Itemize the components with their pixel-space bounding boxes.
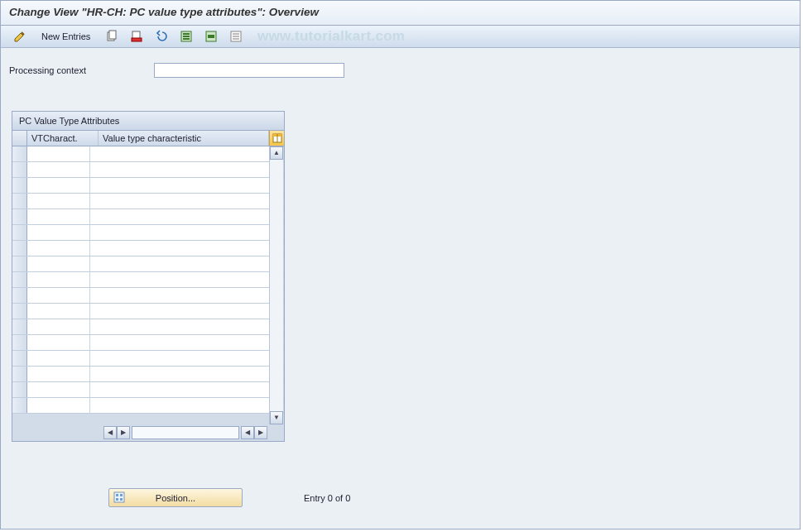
row-selector[interactable] (12, 256, 27, 271)
cell-value-type-characteristic[interactable] (90, 382, 284, 397)
cell-value-type-characteristic[interactable] (90, 367, 284, 381)
table-title: PC Value Type Attributes (12, 112, 284, 131)
select-all-icon[interactable] (176, 27, 197, 46)
cell-vtcharact[interactable] (27, 225, 90, 240)
table-row (12, 225, 284, 241)
cell-vtcharact[interactable] (27, 351, 90, 366)
column-header-value-type-characteristic[interactable]: Value type characteristic (99, 131, 269, 146)
cell-vtcharact[interactable] (27, 162, 90, 177)
table-row (12, 288, 284, 304)
delete-icon[interactable] (126, 27, 147, 46)
row-selector[interactable] (12, 194, 27, 208)
svg-rect-7 (183, 38, 190, 40)
table-row (12, 241, 284, 256)
svg-rect-21 (120, 498, 123, 501)
select-block-icon[interactable] (200, 27, 222, 46)
cell-value-type-characteristic[interactable] (90, 335, 284, 350)
cell-vtcharact[interactable] (27, 194, 90, 208)
scroll-page-right-button[interactable]: ▶ (254, 426, 267, 439)
row-selector[interactable] (12, 382, 27, 397)
row-selector[interactable] (12, 146, 27, 161)
select-all-rows-handle[interactable] (12, 131, 27, 146)
horizontal-scroll-track[interactable] (132, 426, 239, 439)
cell-value-type-characteristic[interactable] (90, 241, 284, 256)
svg-rect-9 (208, 35, 214, 38)
cell-value-type-characteristic[interactable] (90, 272, 284, 287)
row-selector[interactable] (12, 288, 27, 303)
cell-value-type-characteristic[interactable] (90, 225, 284, 240)
cell-value-type-characteristic[interactable] (90, 146, 284, 161)
svg-rect-12 (233, 36, 239, 37)
column-header-label: VTCharact. (31, 133, 78, 143)
row-selector[interactable] (12, 162, 27, 177)
svg-rect-17 (114, 492, 124, 502)
svg-rect-1 (109, 31, 116, 39)
row-selector[interactable] (12, 225, 27, 240)
cell-value-type-characteristic[interactable] (90, 209, 284, 224)
page-title: Change View "HR-CH: PC value type attrib… (9, 6, 319, 18)
svg-rect-5 (183, 33, 190, 35)
cell-vtcharact[interactable] (27, 367, 90, 381)
column-header-vtcharact[interactable]: VTCharact. (27, 131, 99, 146)
row-selector[interactable] (12, 335, 27, 350)
cell-vtcharact[interactable] (27, 272, 90, 287)
cell-value-type-characteristic[interactable] (90, 256, 284, 271)
cell-value-type-characteristic[interactable] (90, 162, 284, 177)
row-selector[interactable] (12, 241, 27, 256)
pc-value-type-table: PC Value Type Attributes VTCharact. Valu… (12, 111, 285, 442)
cell-vtcharact[interactable] (27, 335, 90, 350)
cell-vtcharact[interactable] (27, 382, 90, 397)
table-settings-icon[interactable] (269, 131, 284, 146)
processing-context-input[interactable] (154, 63, 344, 78)
toggle-change-icon[interactable] (9, 27, 31, 46)
copy-as-icon[interactable] (101, 27, 123, 46)
cell-vtcharact[interactable] (27, 288, 90, 303)
vertical-scroll-track[interactable] (270, 160, 283, 411)
watermark-text: www.tutorialkart.com (257, 28, 405, 45)
cell-vtcharact[interactable] (27, 146, 90, 161)
cell-value-type-characteristic[interactable] (90, 178, 284, 193)
table-row (12, 351, 284, 367)
cell-value-type-characteristic[interactable] (90, 304, 284, 319)
svg-rect-6 (183, 36, 190, 37)
position-button[interactable]: Position... (108, 488, 243, 507)
cell-vtcharact[interactable] (27, 319, 90, 334)
table-row (12, 272, 284, 288)
row-selector[interactable] (12, 398, 27, 413)
new-entries-button[interactable]: New Entries (34, 27, 98, 46)
row-selector[interactable] (12, 209, 27, 224)
cell-vtcharact[interactable] (27, 398, 90, 413)
scroll-col-right-button[interactable]: ▶ (117, 426, 130, 439)
deselect-all-icon[interactable] (225, 27, 247, 46)
cell-value-type-characteristic[interactable] (90, 398, 284, 413)
table-row (12, 256, 284, 272)
undo-icon[interactable] (151, 27, 172, 46)
scroll-col-left-button[interactable]: ◀ (103, 426, 117, 439)
vertical-scrollbar: ▲ ▼ (269, 146, 283, 424)
scroll-page-left-button[interactable]: ◀ (241, 426, 254, 439)
cell-value-type-characteristic[interactable] (90, 194, 284, 208)
cell-value-type-characteristic[interactable] (90, 351, 284, 366)
cell-value-type-characteristic[interactable] (90, 288, 284, 303)
content-area: Processing context PC Value Type Attribu… (1, 50, 800, 529)
application-toolbar: New Entries www.tutorialkart.com (1, 26, 800, 48)
row-selector[interactable] (12, 304, 27, 319)
row-selector[interactable] (12, 178, 27, 193)
cell-vtcharact[interactable] (27, 178, 90, 193)
row-selector[interactable] (12, 272, 27, 287)
table-row (12, 319, 284, 335)
cell-value-type-characteristic[interactable] (90, 319, 284, 334)
scroll-up-button[interactable]: ▲ (270, 146, 283, 160)
row-selector[interactable] (12, 351, 27, 366)
footer-row: Position... Entry 0 of 0 (108, 488, 350, 507)
processing-context-label: Processing context (9, 65, 154, 75)
cell-vtcharact[interactable] (27, 209, 90, 224)
cell-vtcharact[interactable] (27, 256, 90, 271)
row-selector[interactable] (12, 367, 27, 381)
scroll-down-button[interactable]: ▼ (270, 411, 283, 424)
position-icon (113, 491, 126, 504)
position-label: Position... (156, 493, 195, 503)
row-selector[interactable] (12, 319, 27, 334)
cell-vtcharact[interactable] (27, 304, 90, 319)
cell-vtcharact[interactable] (27, 241, 90, 256)
